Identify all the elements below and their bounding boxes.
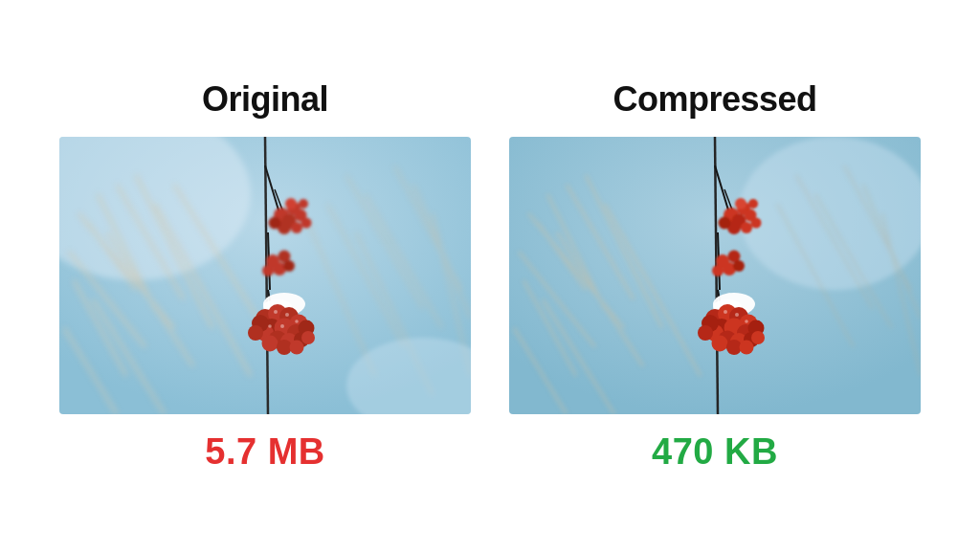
svg-point-34 — [299, 199, 308, 209]
svg-point-127 — [724, 310, 727, 314]
svg-point-104 — [733, 260, 745, 272]
svg-point-60 — [248, 325, 263, 341]
original-title: Original — [202, 79, 328, 120]
svg-point-31 — [269, 216, 281, 229]
original-file-size: 5.7 MB — [205, 431, 324, 473]
original-panel: Original — [59, 79, 471, 473]
svg-point-129 — [745, 320, 748, 323]
svg-point-96 — [719, 216, 731, 229]
svg-point-65 — [268, 324, 272, 328]
comparison-container: Original — [0, 60, 980, 492]
original-image-frame — [59, 137, 471, 414]
svg-point-63 — [285, 313, 289, 317]
svg-point-64 — [295, 320, 299, 323]
svg-point-121 — [712, 335, 728, 351]
svg-point-66 — [280, 324, 284, 328]
svg-point-123 — [740, 340, 754, 354]
svg-point-32 — [301, 217, 312, 228]
svg-point-30 — [291, 222, 302, 233]
svg-point-56 — [262, 335, 278, 351]
svg-point-95 — [741, 222, 752, 233]
svg-point-40 — [262, 265, 274, 276]
svg-point-99 — [748, 199, 758, 209]
compressed-panel: Compressed — [509, 79, 921, 473]
svg-point-62 — [274, 310, 278, 314]
svg-point-105 — [712, 265, 724, 276]
svg-point-126 — [751, 331, 765, 344]
compressed-title: Compressed — [612, 79, 816, 120]
svg-point-97 — [751, 217, 762, 228]
compressed-image-frame — [509, 137, 921, 414]
svg-point-98 — [735, 198, 746, 209]
svg-point-61 — [301, 331, 315, 344]
svg-point-128 — [735, 313, 739, 317]
compressed-file-size: 470 KB — [652, 431, 778, 473]
svg-point-39 — [283, 260, 295, 272]
svg-point-125 — [698, 325, 713, 341]
svg-point-58 — [290, 340, 304, 354]
svg-point-33 — [285, 198, 297, 209]
